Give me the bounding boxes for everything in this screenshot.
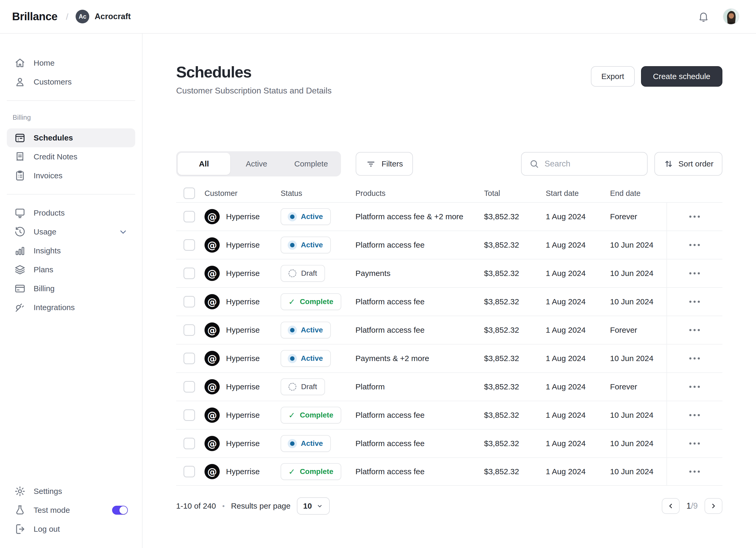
row-actions-menu-icon[interactable] <box>666 203 722 231</box>
status-cell: ✓ Active <box>281 322 355 338</box>
table-row[interactable]: @ Hyperrise ✓ Active Payments & +2 more … <box>176 344 722 372</box>
customer-name: Hyperrise <box>226 354 260 363</box>
products-cell: Platform access fee <box>355 326 484 335</box>
sidebar-item-insights[interactable]: Insights <box>7 241 135 260</box>
sidebar-item-invoices[interactable]: Invoices <box>7 166 135 185</box>
status-badge: ✓ Complete <box>281 463 341 480</box>
customer-logo: @ <box>204 209 220 224</box>
total-cell: $3,852.32 <box>484 411 546 420</box>
table-row[interactable]: @ Hyperrise ✓ Draft Payments $3,852.32 1… <box>176 259 722 287</box>
row-actions-menu-icon[interactable] <box>666 430 722 457</box>
breadcrumb-org-name[interactable]: Acrocraft <box>95 12 131 21</box>
filters-button[interactable]: Filters <box>356 152 413 176</box>
row-actions-menu-icon[interactable] <box>666 373 722 401</box>
products-cell: Platform access fee <box>355 411 484 420</box>
column-header-products[interactable]: Products <box>355 189 484 198</box>
status-label: Active <box>301 354 323 363</box>
user-avatar[interactable] <box>723 8 739 25</box>
sidebar-item-label: Test mode <box>34 506 70 515</box>
row-checkbox[interactable] <box>183 438 195 449</box>
row-actions-menu-icon[interactable] <box>666 288 722 316</box>
table-row[interactable]: @ Hyperrise ✓ Active Platform access fee… <box>176 316 722 344</box>
row-actions-menu-icon[interactable] <box>666 231 722 259</box>
row-actions-menu-icon[interactable] <box>666 316 722 344</box>
row-checkbox[interactable] <box>183 239 195 251</box>
table-row[interactable]: @ Hyperrise ✓ Active Platform access fee… <box>176 202 722 231</box>
row-checkbox[interactable] <box>183 324 195 336</box>
start-date-cell: 1 Aug 2024 <box>546 439 610 448</box>
brand-logo[interactable]: Brillance <box>12 10 57 23</box>
sidebar-item-customers[interactable]: Customers <box>7 72 135 91</box>
next-page-button[interactable] <box>705 498 722 514</box>
toggle-knob <box>119 506 127 514</box>
end-date-cell: 10 Jun 2024 <box>610 411 666 420</box>
row-checkbox[interactable] <box>183 296 195 307</box>
sidebar-divider <box>7 194 135 195</box>
status-cell: ✓ Active <box>281 237 355 253</box>
chevron-down-icon[interactable] <box>118 227 128 237</box>
end-date-cell: Forever <box>610 382 666 391</box>
column-header-status[interactable]: Status <box>281 189 355 198</box>
column-header-customer[interactable]: Customer <box>204 189 281 198</box>
search-input[interactable] <box>545 159 640 169</box>
draft-dashed-circle-icon <box>288 383 296 391</box>
sidebar-item-label: Home <box>34 59 55 67</box>
row-checkbox[interactable] <box>183 353 195 364</box>
customer-name: Hyperrise <box>226 439 260 448</box>
sidebar-item-products[interactable]: Products <box>7 203 135 222</box>
row-actions-menu-icon[interactable] <box>666 458 722 485</box>
column-header-start-date[interactable]: Start date <box>546 189 610 198</box>
table-row[interactable]: @ Hyperrise ✓ Active Platform access fee… <box>176 429 722 457</box>
column-header-end-date[interactable]: End date <box>610 189 666 198</box>
status-badge: ✓ Active <box>281 350 331 367</box>
sidebar-item-credit-notes[interactable]: Credit Notes <box>7 147 135 166</box>
select-all-checkbox[interactable] <box>183 187 195 199</box>
sort-order-button[interactable]: Sort order <box>654 152 722 176</box>
active-dot-icon <box>290 356 295 361</box>
sidebar-item-plans[interactable]: Plans <box>7 260 135 279</box>
products-cell: Platform <box>355 382 484 391</box>
row-actions-menu-icon[interactable] <box>666 345 722 372</box>
row-checkbox[interactable] <box>183 381 195 393</box>
column-header-total[interactable]: Total <box>484 189 546 198</box>
tab-active[interactable]: Active <box>230 153 283 175</box>
sidebar-item-usage[interactable]: Usage <box>7 222 135 241</box>
sidebar-item-test-mode[interactable]: Test mode <box>7 501 135 520</box>
sidebar-item-integrations[interactable]: Integrations <box>7 298 135 317</box>
table-row[interactable]: @ Hyperrise ✓ Complete Platform access f… <box>176 457 722 486</box>
customer-name: Hyperrise <box>226 411 260 420</box>
customer-name: Hyperrise <box>226 382 260 391</box>
create-schedule-button[interactable]: Create schedule <box>641 66 722 87</box>
sidebar-item-logout[interactable]: Log out <box>7 520 135 539</box>
customer-cell: @ Hyperrise <box>204 322 281 338</box>
tab-all[interactable]: All <box>178 153 230 175</box>
start-date-cell: 1 Aug 2024 <box>546 212 610 221</box>
table-row[interactable]: @ Hyperrise ✓ Complete Platform access f… <box>176 287 722 316</box>
notifications-bell-icon[interactable] <box>697 10 710 23</box>
customer-logo: @ <box>204 237 220 253</box>
table-row[interactable]: @ Hyperrise ✓ Active Platform access fee… <box>176 231 722 259</box>
table-row[interactable]: @ Hyperrise ✓ Complete Platform access f… <box>176 401 722 429</box>
end-date-cell: 10 Jun 2024 <box>610 297 666 306</box>
row-actions-menu-icon[interactable] <box>666 259 722 287</box>
sidebar-item-schedules[interactable]: Schedules <box>7 128 135 147</box>
main-content: Schedules Customer Subscription Status a… <box>143 34 756 548</box>
sidebar-item-home[interactable]: Home <box>7 54 135 72</box>
sidebar-item-billing[interactable]: Billing <box>7 279 135 298</box>
total-cell: $3,852.32 <box>484 439 546 448</box>
row-checkbox[interactable] <box>183 466 195 477</box>
row-checkbox[interactable] <box>183 268 195 279</box>
results-per-page-label: Results per page <box>231 502 291 510</box>
per-page-select[interactable]: 10 <box>297 497 330 515</box>
row-checkbox[interactable] <box>183 409 195 421</box>
tab-complete[interactable]: Complete <box>283 153 339 175</box>
row-checkbox[interactable] <box>183 211 195 222</box>
export-button[interactable]: Export <box>591 66 635 87</box>
row-actions-menu-icon[interactable] <box>666 401 722 429</box>
prev-page-button[interactable] <box>662 498 680 514</box>
sidebar-item-settings[interactable]: Settings <box>7 482 135 501</box>
table-row[interactable]: @ Hyperrise ✓ Draft Platform $3,852.32 1… <box>176 372 722 401</box>
status-label: Complete <box>300 467 333 476</box>
test-mode-toggle[interactable] <box>112 506 128 515</box>
org-avatar-badge[interactable]: Ac <box>76 10 89 23</box>
